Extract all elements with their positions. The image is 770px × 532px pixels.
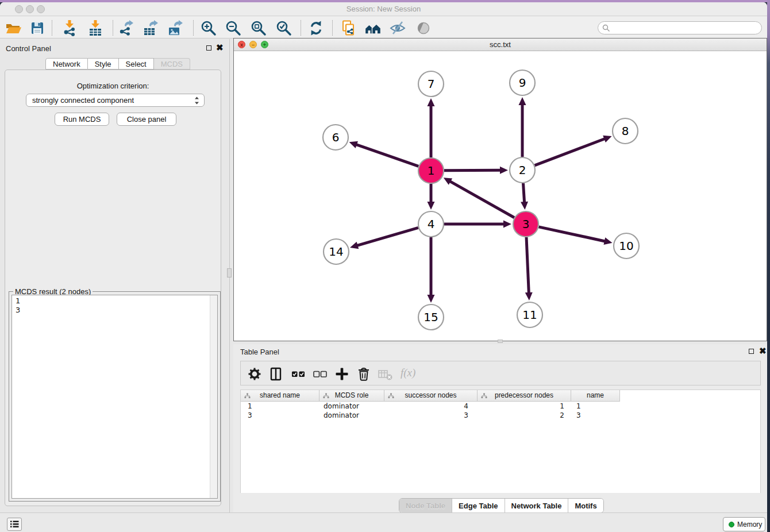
edge-arrow [428, 98, 435, 106]
tab-node-table[interactable]: Node Table [399, 499, 452, 512]
column-type-icon [388, 393, 394, 399]
float-table-panel-icon[interactable] [749, 349, 754, 354]
title-bar: Session: New Session [0, 2, 767, 16]
zoom-in-icon[interactable] [200, 20, 217, 37]
node-label-7: 7 [428, 77, 435, 91]
toolbar-separator [52, 20, 52, 36]
panel-divider-grip[interactable] [227, 268, 232, 277]
cell: 3 [571, 411, 620, 420]
table-settings-gear-icon[interactable] [247, 366, 263, 382]
toolbar-separator [193, 20, 194, 36]
tab-select[interactable]: Select [119, 58, 154, 70]
function-builder-icon[interactable]: f(x) [401, 367, 415, 379]
edge-1-2[interactable] [444, 170, 500, 171]
new-network-from-selection-icon[interactable] [340, 20, 357, 37]
save-session-icon[interactable] [29, 20, 46, 37]
export-table-icon[interactable] [142, 20, 159, 37]
toolbar-separator [301, 20, 301, 36]
edge-1-6[interactable] [356, 145, 418, 167]
cell: 1 [241, 402, 319, 411]
cell: dominator [319, 411, 384, 420]
tab-motifs[interactable]: Motifs [568, 499, 603, 512]
table-row[interactable]: 3dominator323 [241, 411, 620, 420]
criterion-value: strongly connected component [32, 96, 134, 105]
select-all-columns-icon[interactable] [290, 366, 306, 382]
table-row[interactable]: 1dominator411 [241, 402, 620, 411]
open-session-icon[interactable] [5, 20, 22, 37]
import-network-icon[interactable] [61, 20, 78, 37]
tab-edge-table[interactable]: Edge Table [452, 499, 505, 512]
zoom-out-icon[interactable] [225, 20, 242, 37]
export-image-icon[interactable] [167, 20, 184, 37]
search-input[interactable] [598, 21, 762, 34]
control-panel-title: Control Panel [6, 44, 51, 53]
edge-2-3[interactable] [523, 183, 524, 202]
close-panel-icon[interactable]: ✖ [216, 44, 224, 51]
criterion-dropdown[interactable]: strongly connected component [26, 94, 205, 107]
show-glyph-icon[interactable] [415, 20, 432, 37]
create-column-icon[interactable] [334, 366, 350, 382]
optimization-criterion-label: Optimization criterion: [5, 82, 221, 90]
edge-4-14[interactable] [357, 228, 418, 245]
edge-2-8[interactable] [535, 138, 605, 165]
control-panel: Control Panel ✖ Network Style Select MCD… [0, 39, 226, 512]
horizontal-divider-grip[interactable] [498, 340, 503, 343]
edge-arrow [603, 136, 611, 142]
import-table-icon[interactable] [87, 20, 104, 37]
list-icon [7, 518, 21, 530]
show-panel-list-button[interactable] [7, 518, 22, 531]
unselect-all-columns-icon[interactable] [312, 366, 328, 382]
close-table-panel-icon[interactable]: ✖ [759, 348, 767, 354]
result-scrollbar[interactable] [210, 295, 217, 498]
refresh-icon[interactable] [307, 20, 325, 37]
table-panel: Table Panel ✖ [233, 344, 767, 514]
column-type-icon [323, 393, 329, 399]
edge-arrow [428, 202, 435, 210]
mcds-result-area[interactable]: 1 3 [11, 295, 218, 499]
run-mcds-button[interactable]: Run MCDS [55, 113, 109, 126]
tab-style[interactable]: Style [88, 58, 119, 70]
column-header-name[interactable]: name [571, 390, 620, 402]
column-header-MCDS-role[interactable]: MCDS role [319, 390, 384, 402]
edge-arrow [521, 202, 528, 210]
delete-table-icon[interactable] [377, 366, 393, 382]
edge-3-10[interactable] [538, 227, 605, 241]
tab-mcds[interactable]: MCDS [154, 58, 190, 70]
home-icon[interactable] [364, 20, 382, 37]
node-label-8: 8 [622, 124, 629, 138]
edge-arrow [604, 237, 613, 245]
search-icon [602, 24, 610, 32]
column-header-successor-nodes[interactable]: successor nodes [384, 390, 478, 402]
show-columns-icon[interactable] [268, 366, 284, 382]
cell: 2 [478, 411, 571, 420]
edge-3-11[interactable] [526, 237, 529, 293]
network-graph[interactable]: 7968124314101511 [234, 51, 767, 341]
close-panel-button[interactable]: Close panel [117, 113, 176, 126]
column-header-shared-name[interactable]: shared name [241, 390, 319, 402]
zoom-fit-icon[interactable] [250, 20, 267, 37]
mcds-result-values: 1 3 [16, 296, 20, 315]
column-header-predecessor-nodes[interactable]: predecessor nodes [478, 390, 571, 402]
network-view-window: x – + scc.txt 7968124314101511 [233, 38, 767, 341]
float-panel-icon[interactable] [206, 45, 211, 51]
edge-3-1[interactable] [450, 182, 514, 218]
hide-glyph-icon[interactable] [389, 20, 406, 37]
zoom-selected-icon[interactable] [275, 20, 292, 37]
network-window-titlebar: x – + scc.txt [234, 38, 767, 51]
node-label-3: 3 [522, 217, 530, 231]
table-panel-title: Table Panel [240, 348, 279, 356]
edge-arrow [349, 141, 358, 148]
memory-status-dot [729, 522, 734, 527]
cell: 1 [478, 402, 571, 411]
edge-arrow [519, 97, 526, 105]
node-label-6: 6 [332, 130, 340, 144]
tab-network[interactable]: Network [45, 58, 88, 70]
delete-column-icon[interactable] [356, 366, 372, 382]
cell: 1 [571, 402, 620, 411]
memory-label: Memory [737, 521, 762, 529]
export-network-icon[interactable] [117, 20, 134, 37]
memory-button[interactable]: Memory [723, 517, 765, 531]
tab-network-table[interactable]: Network Table [505, 499, 569, 512]
cell: 3 [241, 411, 319, 420]
edge-arrow [503, 221, 511, 228]
